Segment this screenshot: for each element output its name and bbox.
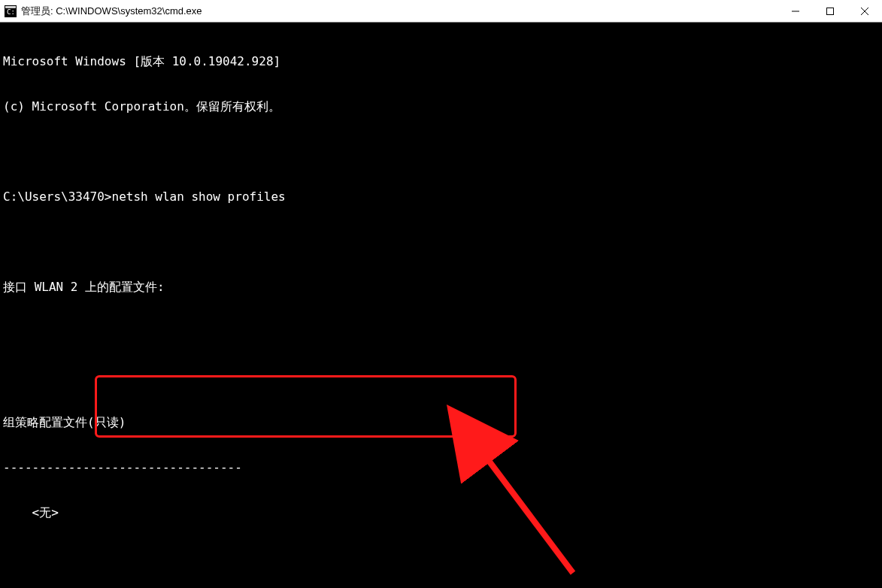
terminal-line: ---------------------------------: [3, 460, 879, 475]
svg-line-6: [861, 8, 868, 15]
terminal-body[interactable]: Microsoft Windows [版本 10.0.19042.928] (c…: [0, 23, 882, 588]
titlebar-left: C: 管理员: C:\WINDOWS\system32\cmd.exe: [0, 5, 207, 18]
terminal-line: 组策略配置文件(只读): [3, 415, 879, 430]
terminal-line: (c) Microsoft Corporation。保留所有权利。: [3, 99, 879, 114]
window-title: 管理员: C:\WINDOWS\system32\cmd.exe: [21, 5, 202, 18]
minimize-button[interactable]: [778, 0, 813, 23]
terminal-line: Microsoft Windows [版本 10.0.19042.928]: [3, 54, 879, 69]
maximize-button[interactable]: [813, 0, 847, 23]
terminal-line: <无>: [3, 505, 879, 520]
terminal-line: 接口 WLAN 2 上的配置文件:: [3, 280, 879, 295]
svg-text:C:: C:: [7, 8, 15, 16]
titlebar-controls: [778, 0, 882, 23]
blank-line: [3, 144, 879, 159]
blank-line: [3, 370, 879, 385]
cmd-icon: C:: [5, 5, 17, 17]
close-button[interactable]: [847, 0, 882, 23]
terminal-line: C:\Users\33470>netsh wlan show profiles: [3, 189, 879, 205]
blank-line: [3, 235, 879, 250]
window-titlebar: C: 管理员: C:\WINDOWS\system32\cmd.exe: [0, 0, 882, 23]
blank-line: [3, 325, 879, 340]
blank-line: [3, 550, 879, 565]
svg-line-5: [861, 8, 868, 15]
svg-rect-4: [827, 8, 834, 14]
